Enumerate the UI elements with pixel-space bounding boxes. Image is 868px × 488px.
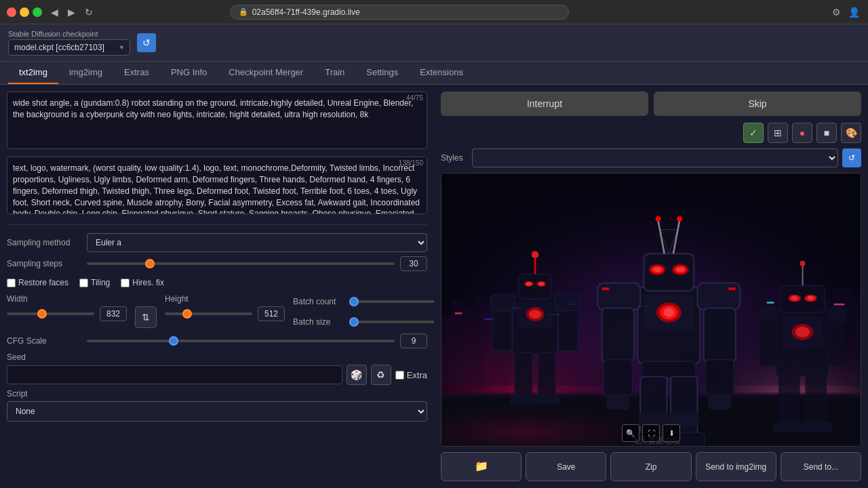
skip-button[interactable]: Skip [654, 92, 861, 116]
checkpoint-select[interactable]: model.ckpt [cc6cb27103] [8, 39, 130, 56]
image-fullscreen-button[interactable]: ⛶ [642, 424, 660, 442]
batch-size-slider[interactable] [349, 321, 434, 323]
tab-checkpoint-merger[interactable]: Checkpoint Merger [218, 62, 314, 84]
sampling-method-select[interactable]: Euler aEulerLMSHeunDPM2DPM2 aDPM++ 2S aD… [87, 233, 427, 252]
sampling-steps-value: 30 [400, 256, 427, 271]
generated-image-scene: 飞天资源论坛 [441, 174, 861, 446]
tiling-checkbox[interactable]: Tiling [79, 278, 110, 287]
svg-point-54 [529, 310, 541, 319]
zip-button[interactable]: Zip [610, 452, 691, 481]
svg-point-82 [671, 264, 689, 276]
restore-faces-input[interactable] [7, 279, 16, 287]
svg-point-59 [538, 282, 544, 285]
styles-apply-button[interactable]: ↺ [842, 148, 861, 167]
cfg-scale-slider[interactable] [87, 340, 395, 342]
scene-svg: 飞天资源论坛 [441, 174, 861, 446]
tab-extensions[interactable]: Extensions [409, 62, 474, 84]
tab-extras[interactable]: Extras [113, 62, 160, 84]
seed-recycle-button[interactable]: ♻ [371, 365, 391, 385]
image-download-button[interactable]: ⬇ [663, 424, 680, 442]
seed-extra-checkbox[interactable]: Extra [395, 370, 427, 380]
width-slider[interactable] [7, 312, 94, 315]
refresh-button[interactable]: ↻ [81, 5, 96, 19]
browser-navigation: ◀ ▶ ↻ [47, 5, 96, 19]
height-value: 512 [258, 306, 285, 321]
positive-prompt-count: 44/75 [406, 94, 423, 102]
svg-rect-114 [758, 307, 778, 323]
seed-input[interactable]: -1 [7, 365, 342, 384]
refresh-checkpoint-button[interactable]: ↺ [137, 33, 156, 52]
tab-settings[interactable]: Settings [355, 62, 409, 84]
script-label: Script [7, 389, 427, 399]
svg-point-112 [791, 296, 798, 301]
send-to-img2img-button[interactable]: Send to img2img [696, 452, 776, 481]
batch-size-row: Batch size 1 [293, 314, 429, 329]
positive-prompt-input[interactable]: wide shot angle, a (gundam:0.8) robot st… [7, 92, 427, 149]
svg-rect-88 [728, 287, 736, 290]
svg-rect-87 [602, 287, 610, 290]
check-icon-button[interactable]: ✓ [743, 123, 764, 143]
browser-chrome: ◀ ▶ ↻ 🔒 02a56ff4-71ff-439e.gradio.live ⚙… [0, 0, 868, 24]
left-panel: 44/75 wide shot angle, a (gundam:0.8) ro… [0, 85, 434, 488]
minimize-window-button[interactable] [20, 7, 29, 17]
grid-icon-button[interactable]: ⊞ [768, 123, 788, 143]
seed-extra-input[interactable] [395, 371, 404, 380]
image-icon-buttons: 🔍 ⛶ ⬇ [622, 424, 680, 442]
checkpoint-wrapper: model.ckpt [cc6cb27103] [8, 39, 130, 56]
restore-faces-checkbox[interactable]: Restore faces [7, 278, 68, 287]
sampling-steps-label: Sampling steps [7, 259, 81, 268]
svg-rect-115 [827, 307, 847, 323]
checkboxes-row: Restore faces Tiling Hires. fix [7, 275, 427, 290]
seed-row: -1 🎲 ♻ Extra [7, 365, 427, 385]
red-circle-button[interactable]: ● [792, 123, 812, 143]
hires-fix-input[interactable] [121, 279, 130, 287]
script-select[interactable]: NonePrompt matrixPrompts from file or te… [7, 401, 427, 422]
svg-rect-86 [697, 283, 740, 310]
browser-window-buttons [7, 7, 42, 17]
extensions-button[interactable]: ⚙ [830, 5, 844, 19]
positive-prompt-container: 44/75 wide shot angle, a (gundam:0.8) ro… [7, 92, 427, 151]
negative-prompt-container: 138/150 text, logo, watermark, (worst qu… [7, 157, 427, 216]
seed-extra-label: Extra [407, 370, 427, 380]
right-panel: Interrupt Skip ✓ ⊞ ● ■ 🎨 Styles ↺ [434, 85, 868, 488]
back-button[interactable]: ◀ [47, 5, 62, 19]
sampling-method-label: Sampling method [7, 238, 81, 247]
svg-rect-55 [519, 274, 551, 299]
width-group: Width 832 [7, 294, 127, 321]
negative-prompt-input[interactable]: text, logo, watermark, (worst quality, l… [7, 157, 427, 214]
send-to-extras-button[interactable]: Send to... [781, 452, 861, 481]
address-bar[interactable]: 🔒 02a56ff4-71ff-439e.gradio.live [230, 5, 569, 20]
seed-label: Seed [7, 352, 427, 362]
tab-png-info[interactable]: PNG Info [160, 62, 218, 84]
batch-group: Batch count 1 Batch size 1 [293, 294, 429, 329]
sampling-steps-row: Sampling steps 30 [7, 256, 427, 271]
batch-count-slider[interactable] [349, 300, 434, 303]
profile-button[interactable]: 👤 [848, 5, 861, 19]
hires-fix-checkbox[interactable]: Hires. fix [121, 278, 164, 287]
close-window-button[interactable] [7, 7, 16, 17]
height-slider[interactable] [165, 312, 252, 315]
svg-rect-90 [704, 308, 736, 361]
sampling-steps-slider[interactable] [87, 262, 395, 265]
svg-point-69 [532, 251, 539, 258]
interrupt-button[interactable]: Interrupt [441, 92, 648, 116]
save-button[interactable]: Save [526, 452, 606, 481]
batch-size-label: Batch size [293, 317, 344, 327]
palette-icon-button[interactable]: 🎨 [841, 123, 861, 143]
image-zoom-button[interactable]: 🔍 [622, 424, 639, 442]
open-folder-button[interactable]: 📁 [441, 452, 521, 481]
forward-button[interactable]: ▶ [64, 5, 79, 19]
tab-train[interactable]: Train [314, 62, 355, 84]
styles-row: Styles ↺ [441, 148, 861, 167]
seed-dice-button[interactable]: 🎲 [347, 365, 367, 385]
maximize-window-button[interactable] [33, 7, 42, 17]
square-icon-button[interactable]: ■ [816, 123, 837, 143]
height-group: Height 512 [165, 294, 285, 321]
styles-select[interactable] [472, 148, 838, 167]
tiling-input[interactable] [79, 279, 88, 287]
tab-img2img[interactable]: img2img [58, 62, 113, 84]
hires-fix-label: Hires. fix [132, 278, 164, 287]
tab-txt2img[interactable]: txt2img [8, 62, 58, 84]
top-bar: Stable Diffusion checkpoint model.ckpt [… [0, 24, 868, 62]
swap-dimensions-button[interactable]: ⇅ [135, 306, 157, 328]
